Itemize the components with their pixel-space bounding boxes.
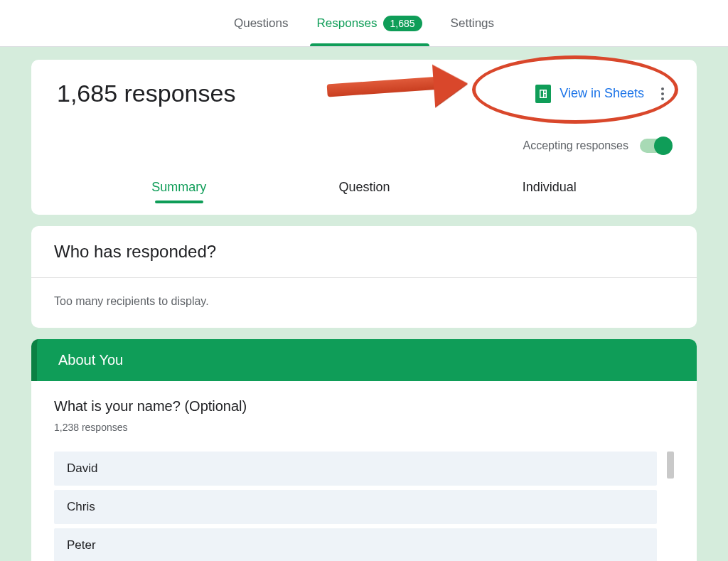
scrollbar-thumb[interactable] bbox=[667, 452, 674, 479]
tab-settings[interactable]: Settings bbox=[448, 0, 497, 46]
page-background: 1,685 responses View in Sheets Accepting… bbox=[0, 47, 728, 561]
section-title-banner: About You bbox=[31, 339, 697, 381]
tab-questions[interactable]: Questions bbox=[231, 0, 291, 46]
answer-item: Chris bbox=[54, 490, 657, 524]
accepting-responses-label: Accepting responses bbox=[523, 139, 628, 152]
responses-count-badge: 1,685 bbox=[383, 16, 422, 31]
sub-tab-individual[interactable]: Individual bbox=[520, 174, 579, 201]
sub-tab-question-label: Question bbox=[338, 180, 390, 194]
view-in-sheets-label: View in Sheets bbox=[560, 86, 644, 101]
sheets-icon bbox=[535, 85, 551, 103]
tab-responses[interactable]: Responses 1,685 bbox=[314, 0, 425, 46]
question-response-count: 1,238 responses bbox=[54, 422, 674, 433]
tab-responses-label: Responses bbox=[317, 16, 378, 31]
sub-tab-summary[interactable]: Summary bbox=[149, 174, 209, 201]
who-responded-title: Who has responded? bbox=[31, 226, 697, 278]
who-responded-body: Too many recipients to display. bbox=[31, 278, 697, 328]
question-title: What is your name? (Optional) bbox=[54, 398, 674, 415]
question-card-name: What is your name? (Optional) 1,238 resp… bbox=[31, 381, 697, 561]
sub-tab-question[interactable]: Question bbox=[336, 174, 392, 201]
answer-list: David Chris Peter bbox=[54, 452, 674, 561]
answer-item: Peter bbox=[54, 528, 657, 561]
who-responded-card: Who has responded? Too many recipients t… bbox=[31, 226, 697, 328]
section-about-you: About You What is your name? (Optional) … bbox=[31, 339, 697, 561]
tab-settings-label: Settings bbox=[451, 16, 494, 31]
view-in-sheets-button[interactable]: View in Sheets bbox=[535, 85, 644, 103]
answer-item: David bbox=[54, 452, 657, 486]
sub-tab-individual-label: Individual bbox=[523, 180, 577, 194]
top-tab-bar: Questions Responses 1,685 Settings bbox=[0, 0, 728, 47]
responses-sub-tabs: Summary Question Individual bbox=[57, 174, 671, 205]
responses-count-heading: 1,685 responses bbox=[57, 80, 235, 107]
more-options-icon[interactable] bbox=[654, 85, 671, 102]
tab-questions-label: Questions bbox=[234, 16, 289, 31]
accepting-responses-toggle[interactable] bbox=[640, 139, 671, 153]
responses-header-card: 1,685 responses View in Sheets Accepting… bbox=[31, 60, 697, 215]
sub-tab-summary-label: Summary bbox=[151, 180, 206, 194]
sheets-actions: View in Sheets bbox=[535, 85, 671, 103]
